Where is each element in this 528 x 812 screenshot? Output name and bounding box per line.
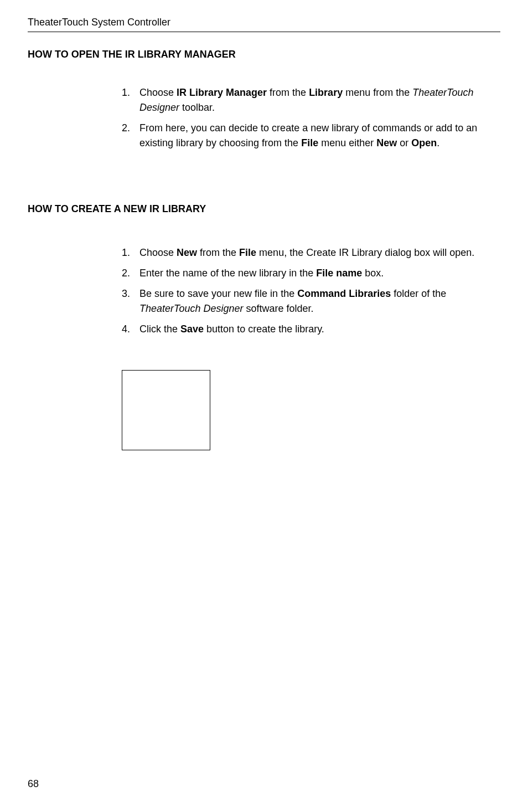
text: from the: [197, 247, 239, 258]
text: box.: [362, 268, 384, 279]
section-2-heading: HOW TO CREATE A NEW IR LIBRARY: [28, 203, 500, 215]
text: Enter the name of the new library in the: [139, 268, 316, 279]
bold-text: Open: [411, 137, 437, 148]
list-number: 2.: [122, 121, 139, 151]
text: menu either: [318, 137, 376, 148]
text: Click the: [139, 323, 180, 335]
list-content: From here, you can decide to create a ne…: [139, 121, 489, 151]
list-content: Be sure to save your new file in the Com…: [139, 286, 489, 316]
section-1-list: 1. Choose IR Library Manager from the Li…: [122, 85, 489, 151]
list-number: 3.: [122, 286, 139, 316]
text: Choose: [139, 247, 177, 258]
italic-text: TheaterTouch Designer: [139, 303, 243, 314]
text: menu from the: [343, 87, 412, 98]
list-item: 1. Choose New from the File menu, the Cr…: [122, 245, 489, 260]
text: folder of the: [391, 288, 446, 299]
text: Be sure to save your new file in the: [139, 288, 297, 299]
bold-text: File name: [316, 268, 362, 279]
text: button to create the library.: [204, 323, 324, 335]
bold-text: Library: [309, 87, 343, 98]
list-item: 3. Be sure to save your new file in the …: [122, 286, 489, 316]
list-number: 1.: [122, 245, 139, 260]
section-2-list: 1. Choose New from the File menu, the Cr…: [122, 245, 489, 337]
section-1-heading: HOW TO OPEN THE IR LIBRARY MANAGER: [28, 49, 500, 60]
text: Choose: [139, 87, 177, 98]
list-content: Choose New from the File menu, the Creat…: [139, 245, 489, 260]
bold-text: IR Library Manager: [177, 87, 267, 98]
list-content: Click the Save button to create the libr…: [139, 322, 489, 337]
bold-text: New: [177, 247, 197, 258]
list-content: Enter the name of the new library in the…: [139, 266, 489, 281]
list-item: 4. Click the Save button to create the l…: [122, 322, 489, 337]
list-item: 1. Choose IR Library Manager from the Li…: [122, 85, 489, 115]
bold-text: Command Libraries: [297, 288, 391, 299]
image-placeholder: [122, 370, 210, 450]
list-item: 2. Enter the name of the new library in …: [122, 266, 489, 281]
list-number: 1.: [122, 85, 139, 115]
text: toolbar.: [179, 102, 215, 113]
page-number: 68: [28, 778, 39, 790]
bold-text: File: [301, 137, 318, 148]
text: software folder.: [243, 303, 313, 314]
bold-text: New: [376, 137, 397, 148]
bold-text: File: [239, 247, 256, 258]
text: .: [437, 137, 439, 148]
bold-text: Save: [180, 323, 204, 335]
header-divider: [28, 32, 500, 32]
text: or: [397, 137, 411, 148]
document-header: TheaterTouch System Controller: [28, 17, 500, 28]
list-item: 2. From here, you can decide to create a…: [122, 121, 489, 151]
list-number: 4.: [122, 322, 139, 337]
text: menu, the Create IR Library dialog box w…: [256, 247, 474, 258]
list-content: Choose IR Library Manager from the Libra…: [139, 85, 489, 115]
text: from the: [267, 87, 309, 98]
list-number: 2.: [122, 266, 139, 281]
